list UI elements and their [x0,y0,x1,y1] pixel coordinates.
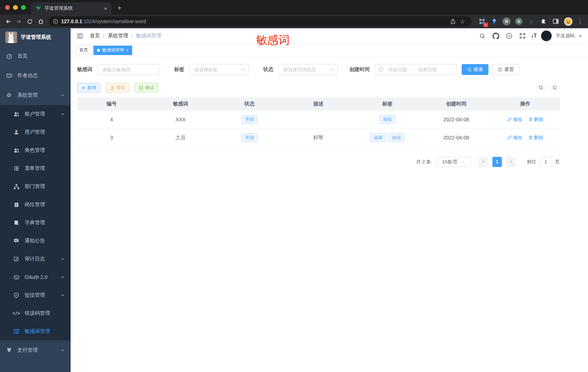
tenant-icon [13,111,20,117]
col-created: 创建时间 [422,97,491,110]
goto-page-input[interactable] [539,157,552,167]
sidebar-item-dashboard[interactable]: 首页 [0,46,71,66]
edit-link[interactable]: 修改 [507,134,522,141]
new-tab-button[interactable]: + [117,4,122,12]
test-button[interactable]: 测试 [135,83,158,92]
export-button[interactable]: 导出 [106,83,129,92]
tab-close-icon[interactable]: × [104,5,107,12]
delete-link[interactable]: 删除 [528,134,543,141]
breadcrumb-system[interactable]: 系统管理 [108,33,128,39]
side-panel-icon[interactable] [551,17,560,26]
tag-home[interactable]: 首页 [76,46,92,55]
site-info-icon[interactable] [53,19,58,24]
sidebar-item-oauth[interactable]: OAuth 2.0 [0,268,71,286]
url-bar[interactable]: 127.0.0.1:1024/system/sensitive-word ☆ [49,16,471,26]
delete-link[interactable]: 删除 [528,116,543,123]
delete-trash-icon [528,117,533,122]
edit-link[interactable]: 修改 [507,116,522,123]
tags-view-bar: 首页 敏感词管理 × [71,43,588,57]
browser-toolbar: 127.0.0.1:1024/system/sensitive-word ☆ 9… [0,14,588,28]
sidebar-item-menu-tree[interactable]: 菜单管理 [0,159,71,177]
chevron-down-icon[interactable]: ▼ [579,34,582,38]
next-page-button[interactable] [506,157,516,167]
keyword-label: 敏感词 [77,66,92,73]
sidebar-item-dict[interactable]: 字典管理 [0,214,71,232]
browser-tab[interactable]: 芋道管理系统 × [31,2,112,14]
sidebar-item-pay[interactable]: ¥支付管理 [0,340,71,360]
reload-icon[interactable] [25,16,35,27]
share-icon[interactable] [448,17,458,26]
fullscreen-icon[interactable] [518,31,527,41]
keyword-input[interactable] [97,64,160,75]
active-dot [97,49,100,52]
refresh-table-icon[interactable] [550,83,560,93]
page-size-select[interactable]: 10条/页 [436,157,471,167]
add-button[interactable]: 新增 [77,83,100,92]
bookmark-star-icon[interactable]: ☆ [458,17,467,26]
sidebar-item-tenant[interactable]: 租户管理 [0,105,71,123]
table-toolbar: 新增 导出 测试 [77,83,560,93]
tag-close-icon[interactable]: × [126,48,129,53]
sidebar-item-errcode[interactable]: </>错误码管理 [0,304,71,322]
browser-menu-icon[interactable]: ⋮ [576,17,585,26]
tag-select[interactable] [189,64,249,75]
status-label: 状态 [263,66,273,73]
delete-trash-icon [528,135,533,140]
word-tag: 短信 [388,133,404,142]
cell-created: 2022-04-08 [422,129,491,147]
sidebar-menu: 首页作者动态⚙系统管理租户管理用户管理角色管理菜单管理部门管理岗位管理字典管理通… [0,46,71,360]
app-logo[interactable]: 芋道管理系统 [0,28,71,46]
zoom-window-button[interactable] [21,5,26,10]
github-icon[interactable] [491,31,500,41]
show-search-icon[interactable] [536,83,546,93]
extension-badge: 9 [483,22,488,27]
reset-button[interactable]: 重置 [492,64,519,75]
prev-page-button[interactable] [479,157,488,167]
close-window-button[interactable] [5,5,10,10]
cell-tags: 蔬菜短信 [353,129,422,147]
minimize-window-button[interactable] [13,5,18,10]
tab-strip: 芋道管理系统 × + [0,0,588,14]
sidebar-item-gear[interactable]: ⚙系统管理 [0,85,71,105]
forward-icon[interactable] [14,16,25,27]
sidebar-item-open-book[interactable]: 敏感词管理 [0,322,71,340]
start-date-input[interactable] [386,67,409,72]
open-book-icon [13,329,20,335]
help-icon[interactable]: ? [504,31,514,41]
search-button[interactable]: 搜索 [462,64,488,75]
user-name[interactable]: 芋道源码 [556,33,575,39]
sidebar-item-user[interactable]: 用户管理 [0,123,71,141]
end-date-input[interactable] [416,67,439,72]
extension-funnel-icon[interactable] [490,17,499,26]
traffic-lights [5,5,26,10]
sidebar-item-audit[interactable]: 审计日志 [0,250,71,268]
sidebar-item-post[interactable]: 岗位管理 [0,196,71,214]
home-icon[interactable] [35,16,46,27]
sidebar-item-role[interactable]: 角色管理 [0,141,71,159]
tag-sensitive-word[interactable]: 敏感词管理 × [93,46,132,55]
table-header-row: 编号 敏感词 状态 描述 标签 创建时间 操作 [77,97,560,110]
date-range-picker[interactable]: - [375,64,457,75]
font-size-icon[interactable]: TT [531,33,537,39]
extension-command-icon[interactable]: ⌘ [502,17,511,26]
status-select[interactable] [278,64,338,75]
chevron-down-icon [461,160,465,164]
puzzle-extensions-icon[interactable] [539,17,548,26]
extension-star-icon[interactable]: ☆ [526,17,536,26]
page-number-1[interactable]: 1 [492,157,502,167]
breadcrumb: 首页 / 系统管理 / 敏感词管理 [90,33,161,39]
extension-grid-icon[interactable]: 9 [477,17,487,26]
profile-avatar-icon[interactable] [563,17,573,26]
sidebar-item-notice[interactable]: 通知公告 [0,232,71,250]
breadcrumb-home[interactable]: 首页 [90,33,100,39]
back-icon[interactable] [3,16,14,27]
header-search-icon[interactable] [478,31,487,41]
sidebar-item-sms-shield[interactable]: 短信管理 [0,286,71,304]
plus-icon [81,86,85,90]
sidebar-item-chat[interactable]: 作者动态 [0,66,71,85]
user-avatar[interactable] [541,30,552,41]
cell-status: 开启 [215,129,284,147]
collapse-menu-icon[interactable] [76,33,83,39]
extension-record-icon[interactable] [514,17,524,26]
sidebar-item-dept[interactable]: 部门管理 [0,177,71,196]
